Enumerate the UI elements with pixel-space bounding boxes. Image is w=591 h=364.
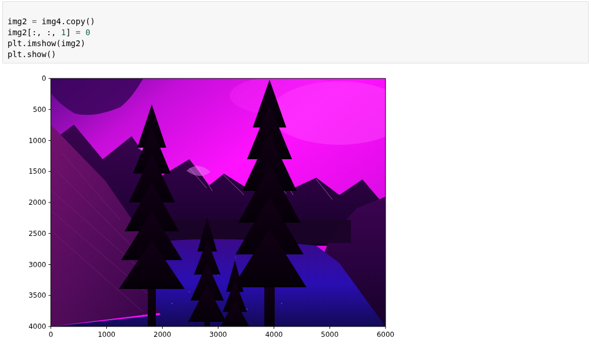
xtick-label: 6000 [377,331,395,339]
ytick-label: 1500 [28,168,46,176]
ytick-label: 1000 [28,137,46,145]
notebook-page: img2 = img4.copy() img2[:, :, 1] = 0 plt… [0,1,591,364]
x-axis: 0 1000 2000 3000 4000 5000 6000 [48,327,394,339]
ytick-label: 2000 [28,198,46,207]
ytick-label: 3000 [28,261,46,269]
code-line-1: img2 = img4.copy() [8,17,95,26]
ytick-label: 2500 [28,230,46,238]
xtick-label: 0 [48,331,53,339]
xtick-label: 5000 [321,331,339,339]
code-line-3: plt.imshow(img2) [8,39,85,48]
ytick-label: 4000 [28,322,46,331]
plot-image [51,76,409,327]
y-axis: 0 500 1000 1500 2000 2500 3000 3500 4000 [28,74,51,331]
code-cell[interactable]: img2 = img4.copy() img2[:, :, 1] = 0 plt… [2,1,589,63]
matplotlib-figure: 0 500 1000 1500 2000 2500 3000 3500 4000 [16,73,420,355]
xtick-label: 2000 [154,331,171,339]
svg-point-18 [235,257,236,258]
svg-point-22 [281,303,282,304]
output-area: 0 500 1000 1500 2000 2500 3000 3500 4000 [16,73,420,355]
ytick-label: 0 [42,74,46,82]
xtick-label: 1000 [98,331,115,339]
plot-svg: 0 500 1000 1500 2000 2500 3000 3500 4000 [16,73,409,355]
ytick-label: 3500 [28,292,46,300]
svg-point-21 [171,303,173,304]
svg-point-20 [189,291,190,292]
svg-point-23 [246,309,248,310]
code-line-2: img2[:, :, 1] = 0 [8,28,90,37]
code-line-4: plt.show() [8,50,56,59]
svg-point-3 [230,76,345,116]
xtick-label: 4000 [265,331,283,339]
svg-point-24 [143,314,144,316]
ytick-label: 500 [33,106,46,114]
xtick-label: 3000 [210,331,227,339]
